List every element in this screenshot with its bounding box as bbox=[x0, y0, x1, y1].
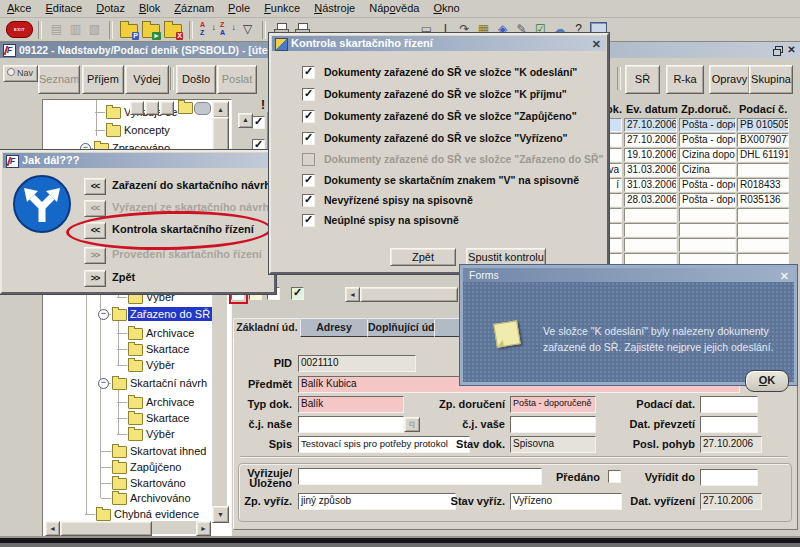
tree-filter-field[interactable] bbox=[194, 102, 211, 115]
table-cell[interactable]: Pošta - dopor bbox=[679, 118, 736, 132]
table-cell[interactable]: 31.03.2006 bbox=[624, 163, 677, 177]
table-cell[interactable]: R018433 bbox=[737, 178, 789, 192]
button-prijem[interactable]: Příjem bbox=[82, 65, 124, 94]
ok-button[interactable]: OK bbox=[745, 370, 789, 392]
table-cell[interactable] bbox=[624, 223, 677, 237]
table-cell[interactable]: PB 0105052 bbox=[737, 118, 789, 132]
table-cell[interactable]: 28.03.2006 bbox=[624, 193, 677, 207]
detail-hscroll-thumb[interactable] bbox=[360, 287, 458, 302]
jak-option-zar-azeni--do-skartac-ni-ho-na-vrhu[interactable]: Zařazení do skartačního návrhu bbox=[112, 179, 278, 191]
table-cell[interactable]: 19.10.2006 bbox=[624, 148, 677, 162]
close-window-button[interactable]: ✕ bbox=[785, 44, 798, 56]
table-cell[interactable]: BX00790774 bbox=[737, 133, 789, 147]
stav-vyriz-field[interactable]: Vyřízeno bbox=[510, 493, 622, 510]
tree-mini-button[interactable] bbox=[130, 101, 144, 115]
posl-pohyb-field[interactable]: 27.10.2006 bbox=[700, 436, 762, 453]
button-vydej[interactable]: Výdej bbox=[125, 65, 169, 94]
table-cell[interactable]: Cizina bbox=[679, 163, 736, 177]
insert-record-icon[interactable]: P bbox=[120, 24, 138, 38]
jak-chevron-button[interactable]: << bbox=[84, 178, 106, 195]
pid-field[interactable]: 0021110 bbox=[298, 355, 416, 372]
scroll-up-icon[interactable]: ▲ bbox=[212, 101, 229, 118]
vyridit-do-field[interactable] bbox=[700, 469, 758, 486]
typ-dok-field[interactable]: Balík bbox=[298, 396, 404, 413]
tab-zakladniud[interactable]: Základní úd. bbox=[233, 318, 301, 337]
table-cell[interactable] bbox=[624, 238, 677, 252]
close-icon[interactable]: ✕ bbox=[592, 37, 601, 51]
podaci-dat-field[interactable] bbox=[700, 396, 758, 413]
button-skupina[interactable]: Skupina bbox=[749, 65, 793, 94]
scroll-left-icon[interactable]: ◄ bbox=[345, 287, 360, 302]
menu-editace[interactable]: Editace bbox=[38, 0, 89, 17]
scroll-left-icon[interactable]: ◄ bbox=[45, 521, 60, 536]
restore-window-button[interactable] bbox=[771, 44, 784, 56]
table-cell[interactable]: 31.03.2006 bbox=[624, 178, 677, 192]
tab-doplnujiciud[interactable]: Doplňující úd. bbox=[367, 318, 435, 337]
tree-hscroll-thumb[interactable] bbox=[60, 521, 152, 536]
sort-desc-icon[interactable]: ZA↓ bbox=[220, 21, 236, 38]
table-cell[interactable] bbox=[737, 208, 789, 222]
button-sr[interactable]: SŘ bbox=[625, 65, 660, 94]
menu-zaznam[interactable]: Záznam bbox=[167, 0, 221, 17]
tree-mini-button[interactable] bbox=[145, 101, 159, 115]
table-cell[interactable]: R035136 bbox=[737, 193, 789, 207]
menu-pole[interactable]: Pole bbox=[221, 0, 257, 17]
cj-nase-field[interactable] bbox=[298, 416, 404, 433]
button-doslo[interactable]: Došlo bbox=[176, 65, 216, 94]
revert-icon[interactable]: ▧ bbox=[86, 21, 103, 38]
filter-icon[interactable]: ▽ bbox=[239, 21, 256, 38]
kontrola-checkbox[interactable] bbox=[302, 132, 315, 145]
kontrola-back-button[interactable]: Zpět bbox=[390, 248, 456, 266]
nav-panel-tab[interactable]: Nav bbox=[3, 65, 38, 82]
button-rka[interactable]: R-ka bbox=[666, 65, 704, 94]
record-scroll-up-icon[interactable]: ▲ bbox=[238, 113, 253, 128]
jak-option-zpe-t[interactable]: Zpět bbox=[112, 271, 135, 283]
table-cell[interactable] bbox=[624, 208, 677, 222]
menu-dotaz[interactable]: Dotaz bbox=[89, 0, 132, 17]
kontrola-checkbox[interactable] bbox=[302, 88, 315, 101]
tree-expander-icon[interactable] bbox=[98, 378, 109, 389]
kontrola-titlebar[interactable]: Kontrola skartačního řízení ✕ bbox=[272, 36, 606, 51]
table-cell[interactable]: Pošta - dopor bbox=[679, 133, 736, 147]
menu-napoveda[interactable]: Nápověda bbox=[362, 0, 426, 17]
table-cell[interactable]: DHL 611919 bbox=[737, 148, 789, 162]
table-cell[interactable] bbox=[737, 223, 789, 237]
table-cell[interactable] bbox=[679, 238, 736, 252]
execute-record-icon[interactable]: ► bbox=[142, 24, 160, 38]
button-poslat[interactable]: Poslat bbox=[217, 65, 257, 94]
exit-button[interactable]: EXIT bbox=[6, 21, 33, 38]
cj-vase-field[interactable] bbox=[510, 416, 596, 433]
jak-chevron-button[interactable]: >> bbox=[84, 270, 106, 287]
predano-checkbox[interactable] bbox=[608, 470, 621, 483]
button-opravy[interactable]: Opravy bbox=[709, 65, 750, 94]
table-cell[interactable]: 27.10.2006 bbox=[624, 133, 677, 147]
table-cell[interactable] bbox=[679, 208, 736, 222]
table-cell[interactable]: Cizina doporu bbox=[679, 148, 736, 162]
jak-dal-titlebar[interactable]: Jak dál??? bbox=[3, 153, 273, 168]
scroll-right-icon[interactable]: ► bbox=[196, 521, 211, 536]
kontrola-checkbox[interactable] bbox=[302, 110, 315, 123]
kontrola-run-button[interactable]: Spustit kontrolu bbox=[466, 248, 546, 266]
table-cell[interactable] bbox=[737, 163, 789, 177]
menu-okno[interactable]: Okno bbox=[426, 0, 466, 17]
dat-vyrizeni-field[interactable]: 27.10.2006 bbox=[700, 493, 762, 510]
tab-adresy[interactable]: Adresy bbox=[300, 318, 368, 337]
table-cell[interactable] bbox=[737, 238, 789, 252]
table-cell[interactable] bbox=[679, 223, 736, 237]
kontrola-checkbox[interactable] bbox=[302, 66, 315, 79]
zp-doruceni-field[interactable]: Pošta - doporučeně bbox=[510, 396, 596, 413]
tree-mini-button[interactable] bbox=[160, 101, 174, 115]
table-cell[interactable]: 27.10.2006 bbox=[624, 118, 677, 132]
table-cell[interactable]: Pošta - dopor bbox=[679, 178, 736, 192]
status-flag-green[interactable] bbox=[291, 287, 304, 300]
kontrola-checkbox[interactable] bbox=[302, 214, 315, 227]
delete-record-icon[interactable]: X bbox=[164, 24, 182, 38]
menu-funkce[interactable]: Funkce bbox=[257, 0, 307, 17]
stav-dok-field[interactable]: Spisovna bbox=[510, 436, 596, 453]
kontrola-checkbox[interactable] bbox=[302, 194, 315, 207]
kontrola-checkbox[interactable] bbox=[302, 174, 315, 187]
dat-prevzeti-field[interactable] bbox=[700, 416, 758, 433]
scroll-down-icon[interactable]: ▼ bbox=[212, 506, 229, 523]
sort-asc-icon[interactable]: AZ↓ bbox=[200, 21, 216, 38]
save-icon[interactable]: ▤ bbox=[48, 21, 65, 38]
